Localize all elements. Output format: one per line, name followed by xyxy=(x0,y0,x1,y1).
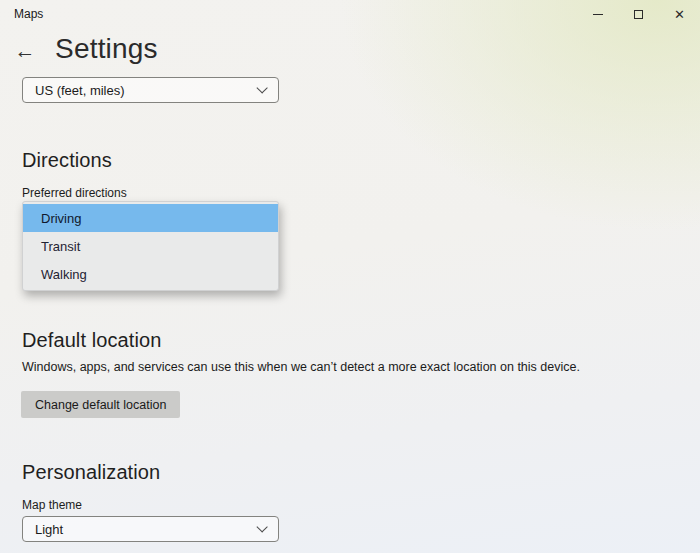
directions-heading: Directions xyxy=(22,149,112,172)
chevron-down-icon xyxy=(256,82,267,93)
dropdown-option-driving[interactable]: Driving xyxy=(23,204,278,232)
window-title: Maps xyxy=(14,7,43,21)
page-title: Settings xyxy=(55,33,158,65)
dropdown-option-transit[interactable]: Transit xyxy=(23,232,278,260)
chevron-down-icon xyxy=(256,521,267,532)
maps-settings-window: Maps ✕ ← Settings US (feet, miles) Direc… xyxy=(0,0,700,553)
maximize-button[interactable] xyxy=(618,0,659,29)
back-arrow-icon: ← xyxy=(15,39,36,63)
personalization-heading: Personalization xyxy=(22,461,160,484)
preferred-directions-dropdown: Driving Transit Walking xyxy=(22,201,279,291)
preferred-directions-label: Preferred directions xyxy=(22,186,127,200)
change-default-location-button[interactable]: Change default location xyxy=(21,391,180,418)
dropdown-option-walking[interactable]: Walking xyxy=(23,260,278,288)
minimize-button[interactable] xyxy=(577,0,618,29)
map-theme-combobox[interactable]: Light xyxy=(22,516,279,542)
minimize-icon xyxy=(593,14,603,15)
caption-buttons: ✕ xyxy=(577,0,700,29)
close-button[interactable]: ✕ xyxy=(659,0,700,29)
units-combobox[interactable]: US (feet, miles) xyxy=(22,77,279,103)
map-theme-label: Map theme xyxy=(22,498,82,512)
back-button[interactable]: ← xyxy=(10,36,40,66)
map-theme-combobox-value: Light xyxy=(35,522,256,537)
maximize-icon xyxy=(634,10,643,19)
default-location-heading: Default location xyxy=(22,329,161,352)
units-combobox-value: US (feet, miles) xyxy=(35,83,256,98)
close-icon: ✕ xyxy=(674,8,685,21)
default-location-description: Windows, apps, and services can use this… xyxy=(22,360,662,374)
